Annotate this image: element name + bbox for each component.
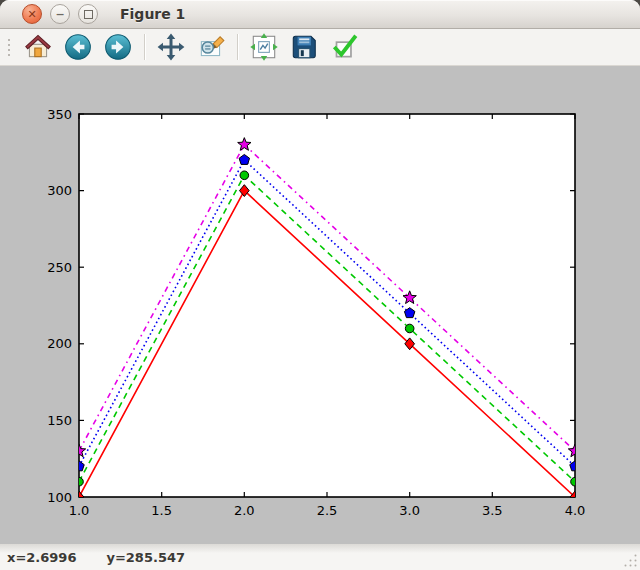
forward-icon	[103, 32, 133, 62]
configure-subplots-button[interactable]	[247, 31, 281, 63]
maximize-button[interactable]	[78, 4, 98, 24]
svg-text:150: 150	[47, 413, 72, 428]
svg-text:2.0: 2.0	[234, 503, 255, 518]
svg-text:3.5: 3.5	[482, 503, 503, 518]
svg-text:3.0: 3.0	[399, 503, 420, 518]
forward-button[interactable]	[101, 31, 135, 63]
svg-text:300: 300	[47, 183, 72, 198]
svg-text:350: 350	[47, 107, 72, 122]
resize-grip[interactable]	[623, 553, 638, 568]
configure-subplots-icon	[249, 32, 279, 62]
svg-text:200: 200	[47, 336, 72, 351]
svg-text:1.5: 1.5	[151, 503, 172, 518]
minimize-button[interactable]: −	[50, 4, 70, 24]
back-icon	[63, 32, 93, 62]
home-icon	[23, 32, 53, 62]
zoom-to-rect-button[interactable]	[194, 31, 228, 63]
maximize-icon	[84, 10, 93, 19]
checkmark-icon	[329, 32, 359, 62]
plot-area[interactable]: 1.01.52.02.53.03.54.0100150200250300350	[0, 66, 640, 544]
window-title: Figure 1	[120, 6, 185, 22]
svg-text:1.0: 1.0	[69, 503, 90, 518]
svg-text:100: 100	[47, 490, 72, 505]
svg-text:250: 250	[47, 260, 72, 275]
cursor-x-readout: x=2.6996	[7, 550, 76, 565]
grip-dots-icon	[6, 36, 12, 58]
save-icon	[289, 32, 319, 62]
confirm-button[interactable]	[327, 31, 361, 63]
statusbar: x=2.6996 y=285.547	[0, 544, 640, 570]
toolbar-grip	[4, 36, 14, 58]
home-button[interactable]	[21, 31, 55, 63]
pan-button[interactable]	[154, 31, 188, 63]
pan-icon	[156, 32, 186, 62]
toolbar	[0, 29, 640, 66]
toolbar-separator	[237, 34, 238, 60]
figure-window: ✕ − Figure 1	[0, 0, 640, 570]
close-button[interactable]: ✕	[22, 4, 42, 24]
svg-text:2.5: 2.5	[317, 503, 338, 518]
svg-text:4.0: 4.0	[565, 503, 586, 518]
back-button[interactable]	[61, 31, 95, 63]
figure-canvas[interactable]: 1.01.52.02.53.03.54.0100150200250300350	[0, 66, 640, 544]
toolbar-separator	[144, 34, 145, 60]
zoom-to-rect-icon	[196, 32, 226, 62]
titlebar[interactable]: ✕ − Figure 1	[0, 0, 640, 29]
save-button[interactable]	[287, 31, 321, 63]
cursor-y-readout: y=285.547	[106, 550, 185, 565]
